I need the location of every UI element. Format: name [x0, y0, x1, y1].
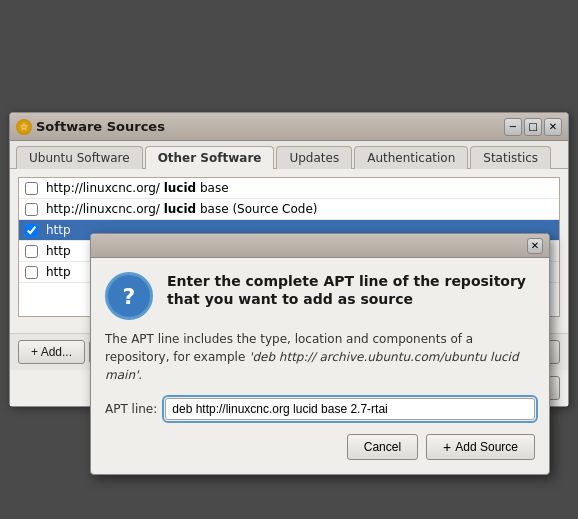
tab-other-software[interactable]: Other Software	[145, 146, 275, 169]
source-item-1[interactable]: http://linuxcnc.org/ lucid base	[19, 178, 559, 199]
close-button[interactable]: ✕	[544, 118, 562, 136]
tab-updates[interactable]: Updates	[276, 146, 352, 169]
main-window: ☆ Software Sources − □ ✕ Ubuntu Software…	[9, 112, 569, 407]
source-text-3: http	[46, 223, 71, 237]
tab-authentication[interactable]: Authentication	[354, 146, 468, 169]
title-bar: ☆ Software Sources − □ ✕	[10, 113, 568, 141]
dialog-question-icon: ?	[105, 272, 153, 320]
source-checkbox-4[interactable]	[25, 245, 38, 258]
source-checkbox-3[interactable]	[25, 224, 38, 237]
source-text-2: http://linuxcnc.org/ lucid base (Source …	[46, 202, 318, 216]
dialog-content: ? Enter the complete APT line of the rep…	[91, 258, 549, 474]
dialog-close-button[interactable]: ✕	[527, 238, 543, 254]
source-item-2[interactable]: http://linuxcnc.org/ lucid base (Source …	[19, 199, 559, 220]
source-checkbox-5[interactable]	[25, 266, 38, 279]
title-bar-left: ☆ Software Sources	[16, 119, 165, 135]
source-checkbox-2[interactable]	[25, 203, 38, 216]
dialog-buttons: Cancel + Add Source	[105, 434, 535, 460]
add-source-button[interactable]: + Add Source	[426, 434, 535, 460]
app-icon: ☆	[16, 119, 32, 135]
source-text-5: http	[46, 265, 71, 279]
maximize-button[interactable]: □	[524, 118, 542, 136]
dialog-description: The APT line includes the type, location…	[105, 330, 535, 384]
add-source-dialog: ✕ ? Enter the complete APT line of the r…	[90, 233, 550, 475]
window-controls: − □ ✕	[504, 118, 562, 136]
tab-ubuntu-software[interactable]: Ubuntu Software	[16, 146, 143, 169]
source-checkbox-1[interactable]	[25, 182, 38, 195]
apt-line-row: APT line:	[105, 398, 535, 420]
source-text-1: http://linuxcnc.org/ lucid base	[46, 181, 229, 195]
dialog-title-block: Enter the complete APT line of the repos…	[167, 272, 535, 320]
apt-line-label: APT line:	[105, 402, 157, 416]
minimize-button[interactable]: −	[504, 118, 522, 136]
tabs-container: Ubuntu Software Other Software Updates A…	[10, 141, 568, 169]
add-source-plus-icon: +	[443, 440, 451, 454]
add-button[interactable]: + Add...	[18, 340, 85, 364]
add-source-label: Add Source	[455, 440, 518, 454]
dialog-title-text: Enter the complete APT line of the repos…	[167, 272, 535, 308]
source-text-4: http	[46, 244, 71, 258]
cancel-button[interactable]: Cancel	[347, 434, 418, 460]
apt-line-input[interactable]	[165, 398, 535, 420]
window-title: Software Sources	[36, 119, 165, 134]
tab-statistics[interactable]: Statistics	[470, 146, 551, 169]
dialog-title-bar: ✕	[91, 234, 549, 258]
dialog-header-row: ? Enter the complete APT line of the rep…	[105, 272, 535, 320]
